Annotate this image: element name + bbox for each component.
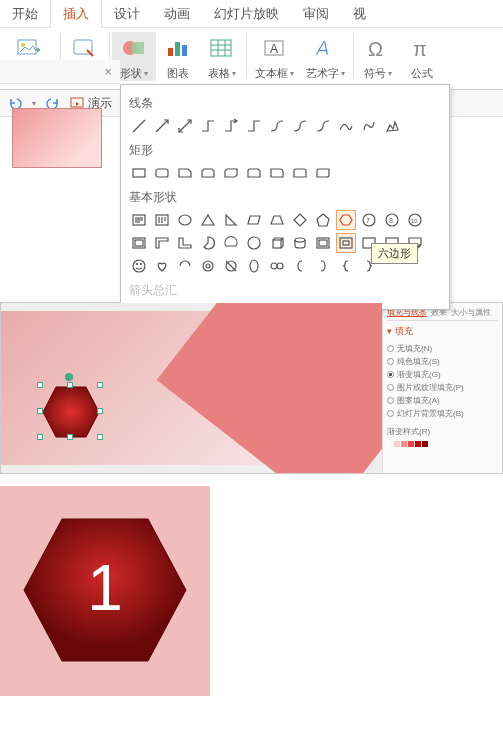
shape-curve-connector[interactable]: [267, 116, 287, 136]
fill-section-header[interactable]: ▾ 填充: [387, 325, 498, 338]
shape-textbox-vertical[interactable]: [152, 210, 172, 230]
shape-half-frame[interactable]: [152, 233, 172, 253]
shape-rectangle[interactable]: [129, 163, 149, 183]
tab-review[interactable]: 审阅: [291, 0, 341, 27]
selection-handle[interactable]: [37, 434, 43, 440]
shape-snip-diag[interactable]: [221, 163, 241, 183]
gradient-stops-strip[interactable]: [387, 441, 498, 447]
shape-lightning[interactable]: [175, 256, 195, 276]
shape-elbow-arrow[interactable]: [221, 116, 241, 136]
svg-line-20: [156, 120, 168, 132]
hexagon-result: 1: [20, 515, 190, 668]
shape-bracket-right[interactable]: [313, 256, 333, 276]
shape-line[interactable]: [129, 116, 149, 136]
rotate-handle[interactable]: [65, 373, 73, 381]
chevron-down-icon: ▾: [388, 69, 392, 78]
slide-canvas[interactable]: [1, 303, 382, 473]
fill-option-none[interactable]: 无填充(N): [387, 342, 498, 355]
shape-octagon[interactable]: 8: [382, 210, 402, 230]
selection-handle[interactable]: [97, 382, 103, 388]
props-tab-size[interactable]: 大小与属性: [451, 307, 491, 318]
symbol-button[interactable]: Ω 符号▾: [356, 32, 400, 81]
shape-hexagon[interactable]: [336, 210, 356, 230]
shape-pentagon[interactable]: [313, 210, 333, 230]
chart-label: 图表: [167, 66, 189, 81]
shape-parallelogram[interactable]: [244, 210, 264, 230]
tab-start[interactable]: 开始: [0, 0, 50, 27]
shape-frame[interactable]: [129, 233, 149, 253]
textbox-button[interactable]: A 文本框▾: [249, 32, 300, 81]
close-icon[interactable]: ×: [104, 64, 112, 79]
tab-animation[interactable]: 动画: [152, 0, 202, 27]
wordart-button[interactable]: A 艺术字▾: [300, 32, 351, 81]
shape-donut[interactable]: [336, 233, 356, 253]
shape-line-double-arrow[interactable]: [175, 116, 195, 136]
equation-button[interactable]: π 公式: [400, 32, 444, 81]
shape-decagon[interactable]: 10: [405, 210, 425, 230]
pi-icon: π: [406, 32, 438, 64]
svg-text:7: 7: [366, 217, 370, 224]
tab-view[interactable]: 视: [341, 0, 378, 27]
table-button[interactable]: 表格▾: [200, 32, 244, 81]
shape-heart[interactable]: [152, 256, 172, 276]
shape-heptagon[interactable]: 7: [359, 210, 379, 230]
shape-trapezoid[interactable]: [267, 210, 287, 230]
shape-elbow-connector[interactable]: [198, 116, 218, 136]
shape-freeform[interactable]: [359, 116, 379, 136]
shape-rounded-rect[interactable]: [152, 163, 172, 183]
shape-elbow-double-arrow[interactable]: [244, 116, 264, 136]
chevron-down-icon: ▾: [341, 69, 345, 78]
fill-option-solid[interactable]: 纯色填充(S): [387, 355, 498, 368]
shape-can[interactable]: [290, 233, 310, 253]
shape-snip-round[interactable]: [244, 163, 264, 183]
shape-line-arrow[interactable]: [152, 116, 172, 136]
shape-cloud[interactable]: [244, 256, 264, 276]
shape-brace-left[interactable]: [336, 256, 356, 276]
shape-oval[interactable]: [175, 210, 195, 230]
svg-point-32: [179, 215, 191, 225]
chart-icon: [162, 32, 194, 64]
shape-round-single[interactable]: [267, 163, 287, 183]
selection-handle[interactable]: [97, 408, 103, 414]
shape-snip-single[interactable]: [175, 163, 195, 183]
shape-round-diag[interactable]: [313, 163, 333, 183]
selection-handle[interactable]: [67, 382, 73, 388]
shape-textbox[interactable]: [129, 210, 149, 230]
shape-curve-double-arrow[interactable]: [313, 116, 333, 136]
shape-diamond[interactable]: [290, 210, 310, 230]
shape-scribble[interactable]: [382, 116, 402, 136]
shape-teardrop[interactable]: [244, 233, 264, 253]
shape-l-shape[interactable]: [175, 233, 195, 253]
shape-bracket-left[interactable]: [290, 256, 310, 276]
fill-option-pattern[interactable]: 图案填充(A): [387, 394, 498, 407]
shape-bevel[interactable]: [313, 233, 333, 253]
shape-smiley[interactable]: [129, 256, 149, 276]
shape-sun[interactable]: [198, 256, 218, 276]
shape-chord[interactable]: [221, 233, 241, 253]
shape-snip-same-side[interactable]: [198, 163, 218, 183]
shape-moon[interactable]: [221, 256, 241, 276]
tab-slideshow[interactable]: 幻灯片放映: [202, 0, 291, 27]
shape-cube[interactable]: [267, 233, 287, 253]
shape-arc[interactable]: [267, 256, 287, 276]
selection-handle[interactable]: [37, 408, 43, 414]
fill-option-picture[interactable]: 图片或纹理填充(P): [387, 381, 498, 394]
selection-handle[interactable]: [67, 434, 73, 440]
fill-option-gradient[interactable]: 渐变填充(G): [387, 368, 498, 381]
shape-curve[interactable]: [336, 116, 356, 136]
slide-thumbnail-1[interactable]: [12, 108, 102, 168]
shape-round-same-side[interactable]: [290, 163, 310, 183]
tab-design[interactable]: 设计: [102, 0, 152, 27]
equation-label: 公式: [411, 66, 433, 81]
tab-insert[interactable]: 插入: [50, 0, 102, 28]
shape-right-triangle[interactable]: [221, 210, 241, 230]
selection-handle[interactable]: [97, 434, 103, 440]
fill-option-slide-bg[interactable]: 幻灯片背景填充(B): [387, 407, 498, 420]
selection-handle[interactable]: [37, 382, 43, 388]
chart-button[interactable]: 图表: [156, 32, 200, 81]
svg-marker-58: [43, 387, 99, 437]
shape-pie[interactable]: [198, 233, 218, 253]
shape-curve-arrow[interactable]: [290, 116, 310, 136]
hexagon-shape-selected[interactable]: [41, 385, 101, 439]
shape-triangle[interactable]: [198, 210, 218, 230]
